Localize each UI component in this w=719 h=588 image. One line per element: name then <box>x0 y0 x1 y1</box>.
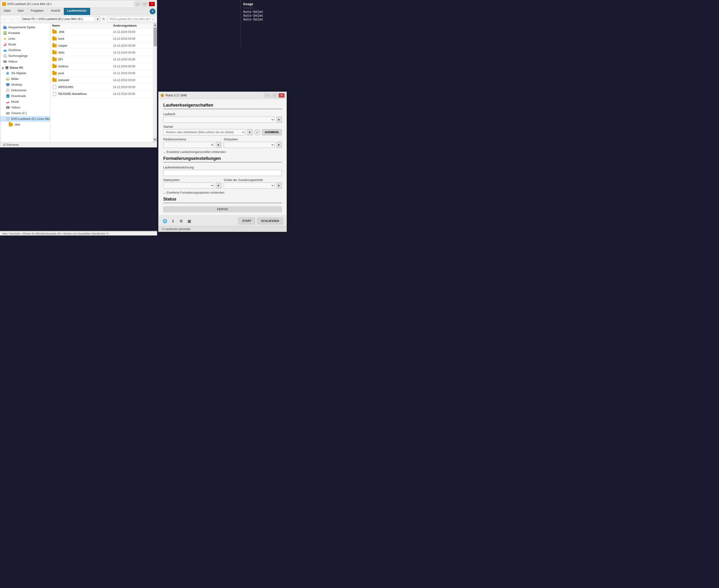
sidebar-item-3d[interactable]: 3D-Objekte <box>0 70 50 76</box>
schliessen-button[interactable]: SCHLIESSEN <box>257 218 283 224</box>
column-name[interactable]: Name <box>52 24 113 27</box>
sidebar-item-musik2[interactable]: Musik <box>0 99 50 105</box>
back-button[interactable]: ← <box>2 16 7 22</box>
auswahl-button[interactable]: AUSWAHL <box>262 129 282 135</box>
sidebar-dieser-pc[interactable]: ▶ Dieser PC <box>0 64 50 70</box>
svg-point-41 <box>7 119 8 120</box>
zuordnungseinheit-arrow[interactable]: ▼ <box>276 183 282 189</box>
section-formatierung: Formatierungseinstellungen <box>163 156 282 163</box>
search-input[interactable] <box>107 16 155 22</box>
address-dropdown[interactable]: ▼ <box>96 16 100 22</box>
sidebar-item-bilder[interactable]: Bilder <box>0 76 50 82</box>
zielsystem-select[interactable] <box>224 142 275 148</box>
sidebar-item-volume[interactable]: Volume (C:) <box>0 110 50 116</box>
dateisystem-arrow[interactable]: ▼ <box>215 183 221 189</box>
laufwerksbezeichnung-input[interactable] <box>163 170 282 176</box>
tab-ansicht[interactable]: Ansicht <box>47 8 64 15</box>
column-date[interactable]: Änderungsdatum <box>113 24 151 27</box>
up-button[interactable]: ↑ <box>15 16 20 22</box>
sidebar-item-dvd[interactable]: DVD-Laufwerk (D:) Linux Mint 18.1 <box>0 116 50 122</box>
startart-select[interactable]: Medium oder Abbilddatei (Bitte wählen Si… <box>163 129 245 135</box>
table-row[interactable]: EFI 14.12.2016 03:08 <box>50 56 153 63</box>
info-icon[interactable]: ℹ <box>170 218 176 224</box>
sidebar-item-links[interactable]: Links <box>0 36 50 42</box>
table-row[interactable]: boot 14.12.2016 03:08 <box>50 36 153 42</box>
startart-check-icon[interactable]: ✓ <box>254 129 261 135</box>
close-button[interactable]: ✕ <box>149 2 155 6</box>
globe-icon[interactable]: 🌐 <box>162 218 168 224</box>
sidebar-item-suchvorgange[interactable]: Suchvorgänge <box>0 53 50 59</box>
sidebar-label-8: 3D-Objekte <box>11 71 26 75</box>
tab-datei[interactable]: Datei <box>0 8 14 15</box>
folder-icon <box>52 43 57 48</box>
table-row[interactable]: dists 14.12.2016 03:08 <box>50 49 153 56</box>
folder-icon <box>52 29 57 34</box>
settings-icon[interactable]: ⚙ <box>179 218 184 224</box>
sidebar-item-downloads[interactable]: Downloads <box>0 93 50 99</box>
start-button[interactable]: START <box>239 218 255 224</box>
file-date: 14.12.2016 03:08 <box>113 71 151 75</box>
sidebar-item-dokumente[interactable]: Dokumente <box>0 87 50 93</box>
minimize-button[interactable]: — <box>135 2 141 6</box>
folder-icon <box>52 71 57 76</box>
laufwerk-dropdown-arrow[interactable]: ▼ <box>276 117 282 123</box>
table-row[interactable]: casper 14.12.2016 03:09 <box>50 42 153 49</box>
help-button[interactable]: ? <box>150 8 156 14</box>
sidebar-label-17: .disk <box>14 123 20 126</box>
table-row[interactable]: README.diskdefines 14.12.2016 03:09 <box>50 91 153 98</box>
sidebar-label-7: Dieser PC <box>10 66 23 69</box>
folder-icon <box>52 50 57 55</box>
svg-rect-39 <box>7 113 9 114</box>
zielsystem-arrow[interactable]: ▼ <box>276 142 282 148</box>
expand-format-link[interactable]: ⌄ Erweiterte Formatierungsoptionen einbl… <box>163 191 282 194</box>
startart-dropdown-arrow[interactable]: ▼ <box>247 129 252 135</box>
sidebar-item-desktop[interactable]: Desktop <box>0 82 50 87</box>
scrollbar-thumb[interactable] <box>153 27 157 46</box>
zuordnungseinheit-select[interactable] <box>224 183 275 189</box>
maximize-button[interactable]: □ <box>142 2 148 6</box>
tab-freigeben[interactable]: Freigeben <box>27 8 47 15</box>
address-path[interactable]: Dieser PC > DVD-Laufwerk (D:) Linux Mint… <box>21 16 95 22</box>
dateisystem-select[interactable] <box>163 183 214 189</box>
sidebar-label-1: Kontakte <box>8 31 20 35</box>
log-icon[interactable]: ▦ <box>187 218 192 224</box>
tab-laufwerktools[interactable]: Laufwerktools <box>64 8 90 15</box>
dateisystem-field: Dateisystem ▼ <box>163 178 221 189</box>
rufus-maximize[interactable]: □ <box>271 93 278 98</box>
tab-start[interactable]: Start <box>14 8 27 15</box>
sidebar-item-kontakte[interactable]: Kontakte <box>0 30 50 36</box>
table-row[interactable]: MD5SUMS 14.12.2016 03:09 <box>50 84 153 91</box>
zielsystem-select-row: ▼ <box>224 142 282 148</box>
rufus-window: 🔧 Rufus 3.17.1846 — □ ✕ Laufwerkseigensc… <box>158 91 287 232</box>
sidebar-item-onedrive[interactable]: OneDrive <box>0 47 50 53</box>
scroll-down[interactable]: ▼ <box>153 138 157 142</box>
forward-button[interactable]: → <box>8 16 14 22</box>
partitionsschema-select[interactable] <box>163 142 214 148</box>
partitionsschema-arrow[interactable]: ▼ <box>215 142 221 148</box>
chevron-down-icon2: ⌄ <box>163 191 166 194</box>
sidebar-item-videos2[interactable]: Videos <box>0 105 50 110</box>
rufus-minimize[interactable]: — <box>264 93 270 98</box>
table-row[interactable]: isolinux 14.12.2016 03:09 <box>50 63 153 70</box>
sidebar-item-musik[interactable]: Musik <box>0 42 50 47</box>
folder-icon <box>52 36 57 41</box>
dateisystem-zuordnung-row: Dateisystem ▼ Größe der Zuordnungseinhei… <box>163 178 282 189</box>
laufwerk-select[interactable] <box>163 117 275 123</box>
file-name: preseed <box>58 79 113 82</box>
sidebar-item-gespeicherte-spiele[interactable]: Gespeicherte Spiele <box>0 24 50 30</box>
partitionsschema-field: Partitionsschema ▼ <box>163 138 221 148</box>
expand-laufwerk-link[interactable]: ⌄ Erweiterte Laufwerkseigenschaften einb… <box>163 150 282 154</box>
address-path-text: Dieser PC > DVD-Laufwerk (D:) Linux Mint… <box>22 17 83 21</box>
scroll-up[interactable]: ▲ <box>153 23 157 27</box>
table-row[interactable]: preseed 14.12.2016 03:08 <box>50 77 153 84</box>
sidebar-item-videos[interactable]: Videos <box>0 59 50 64</box>
scrollbar-vertical[interactable]: ▲ ▼ <box>153 23 157 142</box>
file-list-header: Name Änderungsdatum <box>50 23 153 28</box>
rufus-close[interactable]: ✕ <box>279 93 285 98</box>
table-row[interactable]: pool 14.12.2016 03:08 <box>50 70 153 77</box>
refresh-button[interactable]: ↻ <box>101 16 106 22</box>
sidebar-item-disk[interactable]: .disk <box>0 122 50 127</box>
table-row[interactable]: .disk 14.12.2016 03:09 <box>50 28 153 36</box>
section-status: Status <box>163 197 282 203</box>
file-date: 14.12.2016 03:08 <box>113 79 151 82</box>
